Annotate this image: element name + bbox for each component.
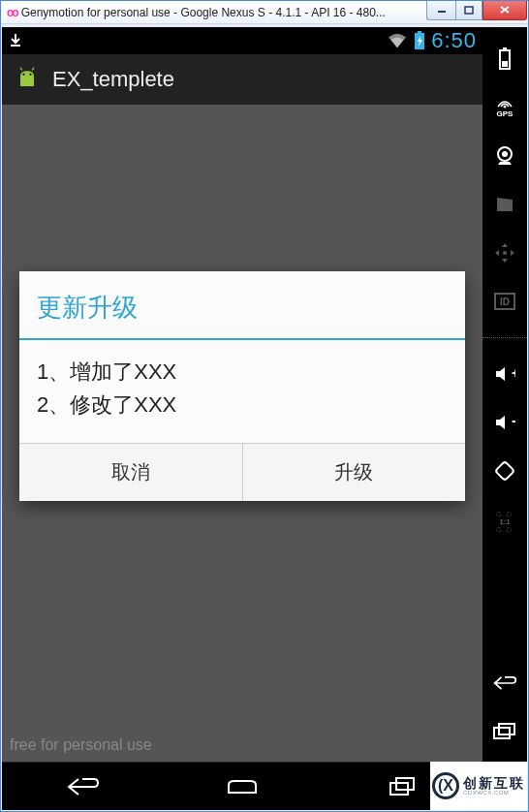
- svg-line-8: [20, 68, 22, 71]
- volume-down-icon: -: [494, 414, 515, 431]
- volume-up-button[interactable]: +: [492, 361, 517, 387]
- window-controls: [426, 2, 528, 23]
- window-title: Genymotion for personal use - Google Nex…: [21, 6, 426, 19]
- android-screen: 6:50 EX_templete: [2, 27, 482, 810]
- svg-text:+: +: [512, 365, 515, 381]
- svg-text:ID: ID: [500, 297, 510, 307]
- navigation-bar: [2, 762, 482, 810]
- action-bar: EX_templete: [2, 54, 482, 105]
- identifier-tool-button[interactable]: ID: [492, 289, 517, 314]
- svg-rect-13: [503, 47, 507, 50]
- minimize-icon: [437, 6, 447, 14]
- webcam-icon: [494, 146, 515, 166]
- cancel-button[interactable]: 取消: [19, 444, 242, 501]
- capture-tool-button[interactable]: [492, 192, 517, 217]
- clapper-icon: [495, 196, 514, 213]
- svg-rect-14: [502, 61, 508, 67]
- minimize-button[interactable]: [426, 1, 455, 20]
- app-title: EX_templete: [52, 67, 174, 92]
- status-bar[interactable]: 6:50: [2, 27, 482, 54]
- back-icon: [492, 674, 517, 692]
- svg-rect-1: [465, 7, 473, 14]
- ratio-label: 1:1: [499, 517, 511, 526]
- dialog-actions: 取消 升级: [19, 443, 465, 501]
- back-icon: [65, 776, 100, 797]
- svg-text:-: -: [512, 414, 515, 428]
- side-recents-button[interactable]: [492, 719, 517, 744]
- status-clock: 6:50: [431, 28, 477, 53]
- svg-point-17: [502, 151, 508, 157]
- home-icon: [225, 777, 260, 796]
- toolbar-separator: [482, 337, 527, 338]
- svg-point-15: [504, 106, 507, 109]
- update-dialog: 更新升级 1、增加了XXX 2、修改了XXX 取消 升级: [19, 271, 465, 501]
- brand-logo-icon: (X: [432, 772, 459, 799]
- brand-overlay: (X 创新互联 CDXWCX.COM: [430, 762, 527, 810]
- download-icon: [8, 33, 23, 48]
- dialog-message: 1、增加了XXX 2、修改了XXX: [19, 340, 465, 443]
- maximize-icon: [464, 6, 474, 15]
- recents-icon: [492, 722, 517, 741]
- dialog-line-1: 1、增加了XXX: [37, 356, 448, 389]
- app-content: 更新升级 1、增加了XXX 2、修改了XXX 取消 升级 free for pe…: [2, 105, 482, 762]
- svg-rect-24: [495, 461, 514, 481]
- signal-icon: [496, 97, 513, 109]
- emulator-window: oo Genymotion for personal use - Google …: [0, 0, 529, 812]
- window-titlebar[interactable]: oo Genymotion for personal use - Google …: [1, 1, 528, 24]
- rotate-button[interactable]: [492, 458, 517, 484]
- svg-line-9: [32, 68, 34, 71]
- android-app-icon: [14, 66, 41, 93]
- genymotion-logo-icon: oo: [7, 6, 17, 19]
- battery-charging-icon: [414, 31, 425, 50]
- dialog-title: 更新升级: [19, 271, 465, 338]
- brand-name-en: CDXWCX.COM: [463, 790, 525, 796]
- svg-rect-26: [499, 724, 514, 734]
- window-body: 6:50 EX_templete: [1, 24, 528, 811]
- home-button[interactable]: [213, 773, 271, 800]
- svg-point-7: [29, 74, 31, 76]
- close-icon: [499, 5, 511, 15]
- svg-rect-18: [497, 202, 513, 211]
- side-back-button[interactable]: [492, 671, 517, 696]
- maximize-button[interactable]: [455, 1, 482, 20]
- gps-label: GPS: [497, 109, 513, 118]
- svg-point-19: [503, 251, 507, 255]
- recents-icon: [388, 776, 417, 797]
- close-button[interactable]: [482, 1, 527, 20]
- svg-point-6: [22, 74, 24, 76]
- svg-rect-5: [418, 31, 421, 33]
- brand-name-cn: 创新互联: [463, 776, 525, 790]
- emulator-toolbar: GPS ID +: [482, 27, 527, 810]
- dialog-line-2: 2、修改了XXX: [37, 389, 448, 422]
- camera-tool-button[interactable]: [492, 143, 517, 169]
- gps-tool-button[interactable]: GPS: [492, 95, 517, 120]
- wifi-icon: [387, 32, 408, 49]
- phone-frame: 6:50 EX_templete: [2, 27, 527, 810]
- confirm-button[interactable]: 升级: [242, 444, 466, 501]
- svg-rect-25: [494, 728, 510, 738]
- rotate-icon: [493, 459, 516, 483]
- dpad-icon: [493, 241, 516, 265]
- pixel-ratio-button[interactable]: □ □ 1:1 □ □: [492, 507, 517, 536]
- volume-up-icon: +: [494, 365, 515, 383]
- watermark-text: free for personal use: [10, 736, 152, 754]
- battery-tool-button[interactable]: [492, 47, 517, 72]
- battery-icon: [498, 47, 512, 71]
- volume-down-button[interactable]: -: [492, 410, 517, 435]
- id-icon: ID: [494, 293, 515, 310]
- remote-tool-button[interactable]: [492, 240, 517, 265]
- back-button[interactable]: [53, 773, 111, 800]
- recents-button[interactable]: [373, 773, 431, 800]
